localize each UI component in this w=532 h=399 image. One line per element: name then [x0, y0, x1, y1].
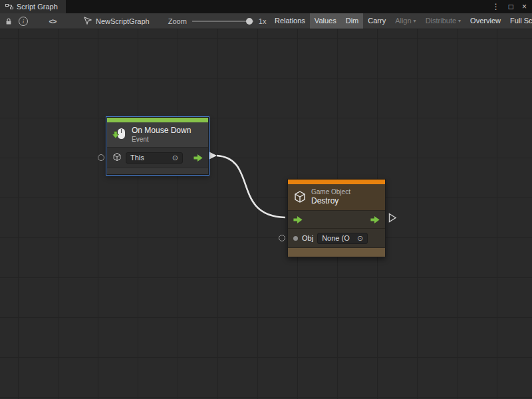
destroy-node-supertitle: Game Object	[311, 188, 350, 197]
event-node-subtitle: Event	[132, 136, 191, 144]
connection-start-arrow-icon	[209, 152, 217, 160]
destroy-node-footer	[288, 247, 385, 257]
window-menu-icon[interactable]: ⋮	[492, 0, 500, 13]
destroy-accent-bar	[288, 180, 385, 184]
distribute-button: Distribute▾	[421, 13, 466, 29]
destroy-node-title: Destroy	[311, 196, 350, 206]
destroy-node-header: Game Object Destroy	[288, 184, 385, 210]
fullscreen-button[interactable]: Full Scr	[505, 13, 532, 29]
align-button: Align▾	[390, 13, 420, 29]
graph-pointer-icon	[84, 17, 92, 26]
destroy-flow-output-port[interactable]	[370, 216, 380, 223]
graph-toolbar: i <> NewScriptGraph Zoom 1x Relations Va…	[0, 13, 532, 29]
window-controls: ⋮ □ ×	[492, 0, 532, 13]
tab-title: Script Graph	[17, 3, 58, 11]
zoom-slider-knob[interactable]	[246, 18, 253, 25]
chevron-down-icon: ▾	[414, 18, 416, 24]
carry-button[interactable]: Carry	[363, 13, 390, 29]
tab-script-graph[interactable]: Script Graph	[0, 0, 66, 13]
destroy-flow-row	[288, 210, 385, 228]
destroy-flow-input-port[interactable]	[293, 216, 303, 223]
window-titlebar: Script Graph ⋮ □ ×	[0, 0, 532, 13]
obj-label: Obj	[302, 234, 313, 242]
event-flow-output-port[interactable]	[194, 154, 203, 162]
values-button[interactable]: Values	[310, 13, 341, 29]
graph-canvas[interactable]: On Mouse Down Event This ⊙	[0, 29, 532, 399]
event-target-row: This ⊙	[107, 147, 208, 168]
connection-layer	[0, 29, 532, 399]
graph-name: NewScriptGraph	[96, 17, 150, 25]
zoom-slider[interactable]	[192, 21, 253, 22]
target-picker-icon[interactable]: ⊙	[172, 154, 178, 162]
graph-name-group[interactable]: NewScriptGraph	[84, 17, 150, 26]
cube-icon	[293, 190, 307, 205]
zoom-control: Zoom 1x	[168, 17, 267, 25]
event-node-footer	[107, 168, 208, 174]
cube-icon	[112, 152, 122, 163]
obj-value-dot-icon	[293, 236, 298, 241]
obj-value: None (O	[322, 234, 350, 242]
zoom-value: 1x	[259, 17, 267, 25]
destroy-output-continuation-icon	[388, 213, 397, 223]
target-picker-icon[interactable]: ⊙	[357, 234, 363, 243]
align-button-label: Align	[395, 17, 411, 25]
lock-icon[interactable]	[1, 13, 16, 29]
event-target-input-port[interactable]	[98, 154, 104, 161]
info-icon[interactable]: i	[16, 13, 31, 29]
node-on-mouse-down[interactable]: On Mouse Down Event This ⊙	[106, 117, 209, 175]
event-node-header: On Mouse Down Event	[107, 122, 208, 147]
destroy-obj-row: Obj None (O ⊙	[288, 228, 385, 247]
distribute-button-label: Distribute	[426, 17, 456, 25]
mouse-down-icon	[112, 127, 127, 143]
relations-button[interactable]: Relations	[270, 13, 310, 29]
maximize-icon[interactable]: □	[509, 0, 513, 13]
node-destroy[interactable]: Game Object Destroy Obj None (O ⊙	[287, 179, 386, 257]
toolbar-buttons: Relations Values Dim Carry Align▾ Distri…	[270, 13, 532, 29]
zoom-label: Zoom	[168, 17, 187, 25]
code-preview-icon[interactable]: <>	[45, 13, 60, 29]
event-target-field[interactable]: This ⊙	[126, 152, 183, 164]
obj-value-field[interactable]: None (O ⊙	[317, 233, 368, 244]
connection-wire[interactable]	[217, 156, 285, 217]
script-graph-icon	[5, 3, 13, 11]
event-target-value: This	[130, 154, 144, 162]
overview-button[interactable]: Overview	[466, 13, 505, 29]
event-node-title: On Mouse Down	[132, 126, 191, 136]
chevron-down-icon: ▾	[458, 18, 461, 24]
dim-button[interactable]: Dim	[341, 13, 364, 29]
close-icon[interactable]: ×	[522, 0, 527, 13]
destroy-obj-input-port[interactable]	[279, 235, 285, 241]
event-accent-bar	[107, 118, 208, 122]
